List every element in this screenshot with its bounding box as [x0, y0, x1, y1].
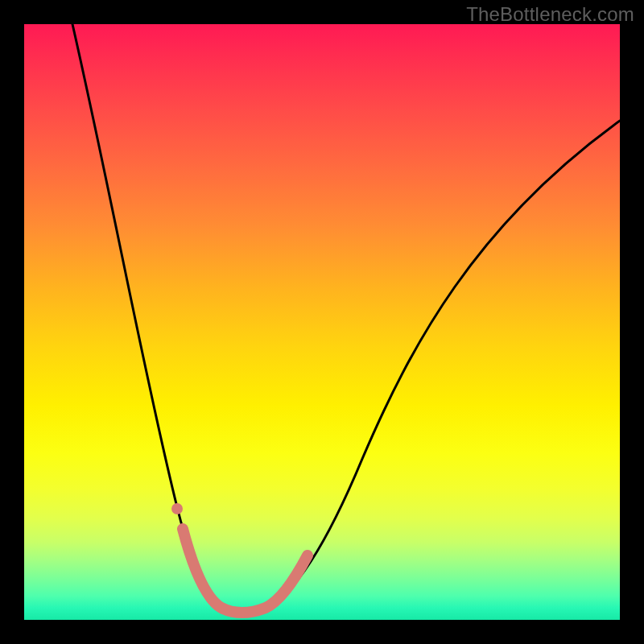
- chart-frame: TheBottleneck.com: [0, 0, 644, 644]
- curve-layer: [24, 24, 620, 620]
- watermark-text: TheBottleneck.com: [466, 3, 634, 26]
- highlight-dot-left: [171, 503, 183, 514]
- plot-area: [24, 24, 620, 620]
- highlight-segment: [183, 529, 308, 613]
- bottleneck-curve-main: [72, 24, 620, 613]
